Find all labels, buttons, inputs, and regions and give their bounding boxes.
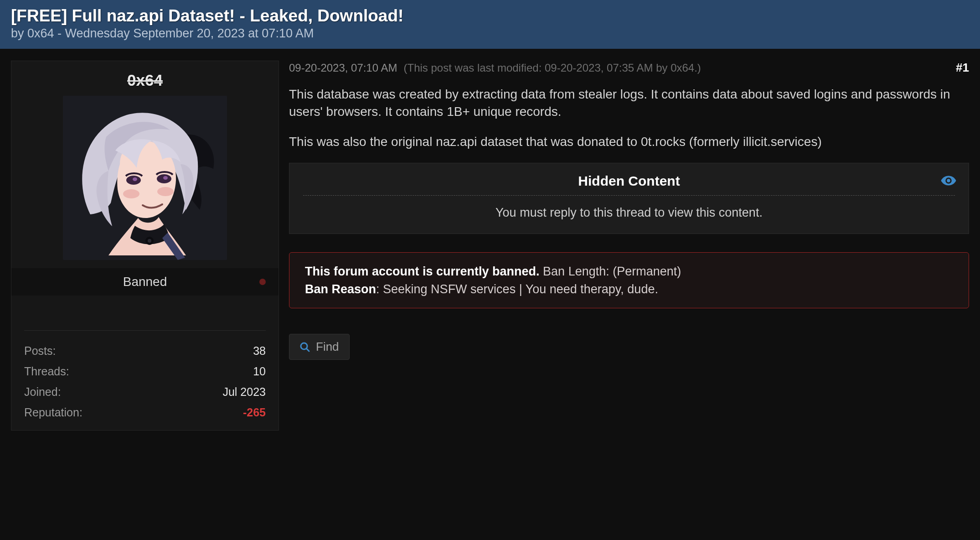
find-button[interactable]: Find (289, 334, 350, 360)
eye-icon[interactable] (940, 172, 957, 189)
thread-title: [FREE] Full naz.api Dataset! - Leaked, D… (11, 6, 969, 26)
post-timestamp: 09-20-2023, 07:10 AM (289, 62, 397, 74)
svg-point-6 (163, 176, 168, 180)
post-modified: (This post was last modified: 09-20-2023… (404, 62, 701, 74)
post-body: This database was created by extracting … (289, 86, 969, 150)
stats-separator (24, 330, 266, 331)
stat-label: Joined: (24, 385, 61, 399)
stat-row-threads: Threads: 10 (11, 361, 279, 382)
ban-reason-text: : Seeking NSFW services | You need thera… (376, 282, 658, 296)
status-dot-icon (259, 279, 266, 285)
search-icon (299, 342, 310, 353)
stat-value: Jul 2023 (222, 385, 266, 399)
svg-point-2 (157, 187, 174, 196)
svg-point-8 (148, 239, 151, 243)
stat-label: Posts: (24, 344, 56, 358)
hidden-content-box: Hidden Content You must reply to this th… (289, 163, 969, 234)
thread-byline: by 0x64 - Wednesday September 20, 2023 a… (11, 26, 969, 41)
post-number-link[interactable]: #1 (956, 61, 969, 75)
stat-label: Threads: (24, 365, 69, 378)
post-actions: Find (289, 334, 969, 360)
svg-point-1 (123, 189, 139, 198)
post-panel: 09-20-2023, 07:10 AM (This post was last… (289, 61, 969, 360)
post-paragraph: This was also the original naz.api datas… (289, 133, 969, 151)
stat-value[interactable]: 10 (253, 365, 266, 378)
stat-row-posts: Posts: 38 (11, 341, 279, 361)
stat-label: Reputation: (24, 406, 83, 419)
user-status-row: Banned (11, 268, 279, 296)
stat-value[interactable]: 38 (253, 344, 266, 358)
avatar[interactable] (63, 96, 227, 260)
stat-row-reputation: Reputation: -265 (11, 402, 279, 423)
svg-line-10 (307, 348, 309, 351)
author-top: 0x64 (11, 61, 279, 268)
thread-header: [FREE] Full naz.api Dataset! - Leaked, D… (0, 0, 980, 49)
user-status-label: Banned (123, 275, 167, 289)
author-panel: 0x64 (11, 61, 279, 431)
ban-line1-strong: This forum account is currently banned. (305, 265, 540, 278)
post-container: 0x64 (0, 49, 980, 442)
stat-value[interactable]: -265 (243, 406, 266, 419)
post-paragraph: This database was created by extracting … (289, 86, 969, 120)
author-username[interactable]: 0x64 (127, 71, 163, 89)
find-button-label: Find (316, 340, 339, 354)
hidden-content-message: You must reply to this thread to view th… (303, 206, 955, 220)
svg-point-5 (133, 177, 137, 181)
ban-line1-rest: Ban Length: (Permanent) (540, 265, 681, 278)
hidden-content-title: Hidden Content (303, 173, 955, 196)
stat-row-joined: Joined: Jul 2023 (11, 382, 279, 402)
ban-notice: This forum account is currently banned. … (289, 252, 969, 308)
post-meta: 09-20-2023, 07:10 AM (This post was last… (289, 61, 969, 75)
ban-reason-label: Ban Reason (305, 282, 376, 296)
